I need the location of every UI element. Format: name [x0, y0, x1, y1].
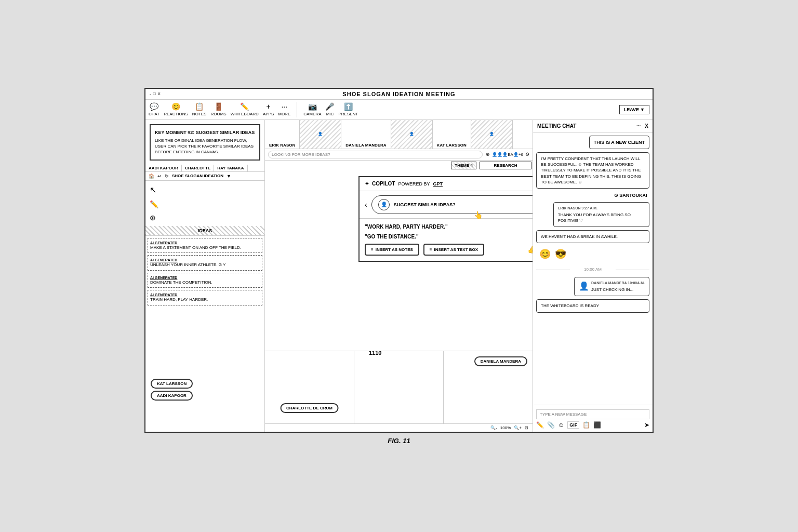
chat-message-daniela: 👤 DANIELA MANDERA 10:00A.M. JUST CHECKIN… [574, 277, 649, 296]
idea-card-4: AI GENERATED TRAIN HARD, PLAY HARDER. [148, 290, 262, 305]
chat-emoji-icon[interactable]: ☺ [558, 421, 564, 429]
notes-icon: 📋 [195, 102, 204, 111]
zoom-bar: 🔍- 100% 🔍+ ⊡ [265, 423, 533, 432]
close-btn[interactable]: X [158, 91, 161, 96]
emoji-smile: 😊 [539, 248, 551, 260]
select-icon[interactable]: ↖ [150, 185, 260, 195]
toolbar-more[interactable]: ··· MORE [278, 102, 290, 116]
nav-bar: 🏠 ↩ ↻ SHOE SLOGAN IDEATION ▼ [145, 171, 264, 181]
toolbar-notes[interactable]: 📋 NOTES [192, 102, 207, 116]
whiteboard-icon: ✏️ [240, 102, 249, 111]
settings-icon[interactable]: ⚙ [525, 152, 529, 157]
chat-messages: THIS IS A NEW CLIENT I'M PRETTY CONFIDEN… [533, 132, 653, 405]
toolbar-whiteboard[interactable]: ✏️ WHITEBOARD [231, 102, 259, 116]
home-icon[interactable]: 🏠 [149, 174, 154, 179]
reactions-icon: 😊 [171, 102, 180, 111]
canvas-section-2 [354, 351, 444, 423]
chat-message-new-client: THIS IS A NEW CLIENT [589, 136, 649, 150]
mic-icon: 🎤 [325, 102, 334, 111]
toolbar-chat[interactable]: 💬 CHAT [149, 102, 159, 116]
canvas-section-1: CHARLOTTE DE CRUM [265, 351, 354, 423]
copilot-header: ✦ COPILOT POWERED BY GPT X [360, 177, 533, 191]
participant-kat-name: KAT LARSSON [433, 120, 471, 149]
plus-icon[interactable]: ⊕ [486, 152, 490, 157]
window-title: SHOE SLOGAN IDEATION MEETING [191, 91, 607, 97]
toolbar-camera[interactable]: 📷 CAMERA [303, 102, 321, 116]
participant-daniela-name: DANIELA MANDERA [341, 120, 391, 149]
chat-header: MEETING CHAT ··· X [533, 120, 653, 132]
annotation-description: LIKE THE ORIGINAL IDEA GENERATION FLOW, … [155, 138, 255, 155]
thumbs-up-icon[interactable]: 👍 [527, 245, 533, 254]
textbox-btn-icon: ≡ [430, 247, 432, 252]
video-thumb-daniela: 👤 [391, 120, 433, 149]
zoom-out-icon[interactable]: 🔍- [490, 425, 497, 430]
figure-label: FIG. 11 [388, 437, 410, 445]
more-icon: ··· [281, 102, 287, 111]
zoom-in-icon[interactable]: 🔍+ [514, 425, 522, 430]
participant-erik-name: ERIK NASON [265, 120, 300, 149]
idea-card-1: AI GENERATED MAKE A STATEMENT ON AND OFF… [148, 238, 262, 253]
person-icon-3: 👤 [489, 132, 494, 136]
toolbar-apps[interactable]: + APPS [263, 102, 274, 116]
rooms-icon: 🚪 [214, 102, 223, 111]
chat-close-icon[interactable]: X [645, 123, 648, 129]
breadcrumb: SHOE SLOGAN IDEATION [172, 174, 223, 178]
minimize-btn[interactable]: - [150, 91, 151, 96]
zoom-level: 100% [500, 425, 511, 430]
copilot-results: "WORK HARD, PARTY HARDER." "GO THE DISTA… [360, 219, 533, 261]
main-toolbar: 💬 CHAT 😊 REACTIONS 📋 NOTES 🚪 ROOMS ✏️ WH… [145, 100, 653, 120]
chat-message-erik: ERIK NASON 9:27 A.M. THANK YOU FOR ALWAY… [553, 202, 649, 227]
chat-gif-button[interactable]: GIF [567, 421, 579, 429]
toolbar-rooms[interactable]: 🚪 ROOMS [210, 102, 226, 116]
theme-button[interactable]: THEME 4 [451, 162, 476, 169]
chat-message-break: WE HAVEN'T HAD A BREAK IN AWHILE. [536, 230, 649, 243]
toolbar-mic[interactable]: 🎤 MIC [325, 102, 334, 116]
chat-input-area: ✏️ 📎 ☺ GIF 📋 ⬛ ➤ [533, 405, 653, 432]
toolbar-reactions[interactable]: 😊 REACTIONS [164, 102, 188, 116]
breadcrumb-chevron: ▼ [227, 174, 231, 179]
chat-attachment-icon[interactable]: 📎 [547, 421, 555, 429]
canvas-section-3: DANIELA MANDERA [444, 351, 533, 423]
insert-as-notes-button[interactable]: ≡ INSERT AS NOTES [365, 244, 419, 256]
copilot-feedback: 👍 👎 💬 [527, 245, 533, 254]
video-thumb-erik: 👤 [300, 120, 341, 149]
research-button[interactable]: RESEARCH [480, 162, 531, 169]
copilot-title: ✦ COPILOT POWERED BY GPT [365, 181, 443, 187]
avatar-group: 👤👤👤EA👤+6 [492, 152, 523, 157]
redo-icon[interactable]: ↻ [165, 174, 169, 179]
chat-sticker-icon[interactable]: 📋 [582, 421, 590, 429]
canvas-area: RESEARCH THEME 4 1110 CHARLOTTE DE CRUM [265, 161, 533, 423]
toolbar-present[interactable]: ⬆️ PRESENT [338, 102, 358, 116]
nav-icons: ⊕ 👤👤👤EA👤+6 ⚙ [486, 152, 529, 157]
chat-send-button[interactable]: ➤ [644, 421, 649, 429]
chat-emoji-row: 😊 😎 [536, 246, 649, 262]
apps-icon: + [266, 102, 270, 111]
copilot-star-icon: ✦ [365, 181, 369, 187]
chevron-down-icon: ▼ [640, 107, 645, 112]
chat-pencil-icon[interactable]: ✏️ [536, 421, 544, 429]
name-tag-daniela: DANIELA MANDERA [474, 356, 527, 366]
maximize-btn[interactable]: □ [153, 91, 156, 96]
camera-icon: 📷 [308, 102, 317, 111]
undo-icon[interactable]: ↩ [157, 174, 162, 179]
copilot-prev-arrow[interactable]: ‹ [365, 201, 367, 209]
present-icon: ⬆️ [344, 102, 353, 111]
chat-title: MEETING CHAT [537, 123, 576, 129]
insert-as-textbox-button[interactable]: ≡ INSERT AS TEXT BOX [423, 244, 484, 256]
copilot-modal: ✦ COPILOT POWERED BY GPT X ‹ 👤 SUG [358, 176, 533, 262]
chat-input[interactable] [536, 409, 649, 419]
content-area: KEY MOMENT #2: SUGGEST SIMILAR IDEAS LIK… [145, 120, 653, 432]
gpt-link[interactable]: GPT [433, 181, 443, 187]
chat-header-controls: ··· X [636, 123, 648, 129]
name-tag-charlotte: CHARLOTTE DE CRUM [280, 403, 339, 413]
chat-more-icon[interactable]: ··· [636, 123, 641, 129]
chat-format-icon[interactable]: ⬛ [593, 421, 601, 429]
search-input[interactable] [268, 151, 483, 158]
pencil-icon[interactable]: ✏️ [150, 200, 260, 208]
participant-ray: RAY TANAKA [214, 165, 247, 171]
toolbar-separator [297, 102, 297, 117]
shape-icon[interactable]: ⊕ [150, 214, 260, 222]
fit-view-icon[interactable]: ⊡ [525, 425, 528, 430]
video-thumb-kat: 👤 [471, 120, 513, 149]
leave-button[interactable]: LEAVE ▼ [619, 105, 649, 114]
